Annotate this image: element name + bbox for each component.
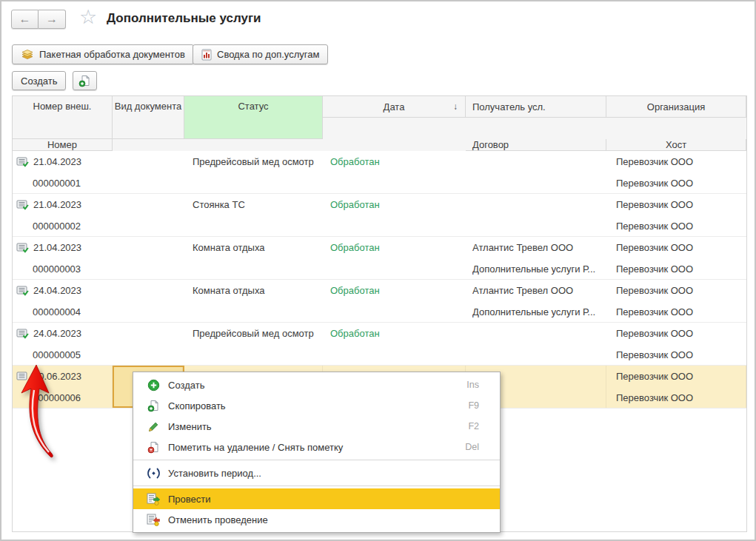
batch-processing-label: Пакетная обработка документов xyxy=(39,49,185,60)
table-row[interactable]: 24.04.2023 000000005 Предрейсовый мед ос… xyxy=(13,323,746,366)
cell-host: Перевозчик ООО xyxy=(616,172,746,193)
summary-report-label: Сводка по доп.услугам xyxy=(217,49,319,60)
table-row[interactable]: 21.04.2023 000000003 Комната отдыха Обра… xyxy=(13,237,746,280)
cell-ext-number[interactable] xyxy=(113,323,184,365)
cell-host: Перевозчик ООО xyxy=(616,258,746,279)
column-header-number[interactable]: Номер xyxy=(13,139,113,151)
red-annotation-arrow xyxy=(16,363,64,461)
back-button[interactable]: ← xyxy=(11,10,39,29)
cell-recipient: Атлантис Тревел ООО xyxy=(472,280,606,301)
context-menu: Создать Ins Скопировать F9 Изменить F2 П… xyxy=(133,372,501,533)
posted-document-icon xyxy=(16,329,29,339)
cell-contract: Дополнительные услуги Р... xyxy=(472,301,606,322)
create-button[interactable]: Создать xyxy=(12,71,66,90)
cell-date: 21.04.2023 xyxy=(33,237,81,258)
cell-organization: Перевозчик ООО xyxy=(616,280,746,301)
menu-item-edit[interactable]: Изменить F2 xyxy=(133,416,500,437)
menu-item-shortcut: F9 xyxy=(468,400,479,411)
menu-item-set-period[interactable]: Установить период... xyxy=(133,463,500,483)
column-header-contract[interactable]: Договор xyxy=(466,139,606,151)
menu-item-unpost[interactable]: Отменить проведение xyxy=(133,509,500,530)
menu-item-shortcut: F2 xyxy=(468,421,479,431)
forward-arrow-icon: → xyxy=(46,13,58,26)
cell-status: Обработан xyxy=(330,151,466,172)
table-body: 21.04.2023 000000001 Предрейсовый мед ос… xyxy=(13,151,746,409)
cell-organization: Перевозчик ООО xyxy=(616,237,746,258)
table-row[interactable]: 21.04.2023 000000001 Предрейсовый мед ос… xyxy=(13,151,746,194)
cell-contract xyxy=(472,172,606,193)
cell-number: 000000005 xyxy=(13,344,113,365)
column-header-organization[interactable]: Организация xyxy=(606,96,746,118)
column-header-recipient[interactable]: Получатель усл. xyxy=(466,96,606,118)
back-arrow-icon: ← xyxy=(19,13,31,26)
unpost-icon xyxy=(147,513,161,526)
menu-separator xyxy=(133,485,500,486)
menu-item-create[interactable]: Создать Ins xyxy=(133,374,500,395)
report-chart-icon xyxy=(201,49,212,61)
menu-item-shortcut: Ins xyxy=(466,380,479,390)
posted-document-icon xyxy=(16,286,29,296)
cell-doc-type: Комната отдыха xyxy=(193,237,323,258)
cell-host: Перевозчик ООО xyxy=(616,344,746,365)
cell-ext-number[interactable] xyxy=(113,194,184,236)
sort-descending-icon: ↓ xyxy=(453,101,458,112)
menu-item-copy[interactable]: Скопировать F9 xyxy=(133,395,500,416)
menu-item-label: Скопировать xyxy=(168,400,461,411)
cell-recipient xyxy=(472,151,606,172)
menu-item-label: Изменить xyxy=(168,421,461,432)
cell-date: 24.04.2023 xyxy=(33,323,81,344)
cell-ext-number[interactable] xyxy=(113,280,184,322)
cell-ext-number[interactable] xyxy=(113,151,184,193)
table-row[interactable]: 21.04.2023 000000002 Стоянка ТС Обработа… xyxy=(13,194,746,237)
cell-organization: Перевозчик ООО xyxy=(616,366,746,387)
table-row[interactable]: 24.04.2023 000000004 Комната отдыха Обра… xyxy=(13,280,746,323)
cell-number: 000000004 xyxy=(13,301,113,322)
cell-date: 24.04.2023 xyxy=(33,280,81,301)
app-window: ← → ☆ Дополнительные услуги Пакетная обр… xyxy=(0,0,756,541)
cell-date: 21.04.2023 xyxy=(33,151,81,172)
copy-document-icon xyxy=(78,75,91,87)
cell-doc-type: Стоянка ТС xyxy=(193,194,323,215)
mark-delete-icon xyxy=(147,440,161,454)
menu-item-label: Провести xyxy=(168,494,472,505)
summary-report-button[interactable]: Сводка по доп.услугам xyxy=(193,44,328,64)
cell-contract xyxy=(472,344,606,365)
cell-ext-number[interactable] xyxy=(113,237,184,279)
menu-item-post[interactable]: Провести xyxy=(133,488,500,509)
cell-host: Перевозчик ООО xyxy=(616,301,746,322)
cell-doc-type: Предрейсовый мед осмотр xyxy=(193,151,323,172)
menu-item-label: Создать xyxy=(168,380,459,391)
column-header-status[interactable]: Статус xyxy=(184,96,323,139)
favorite-star-icon[interactable]: ☆ xyxy=(79,6,97,28)
cell-host: Перевозчик ООО xyxy=(616,387,746,408)
cell-recipient xyxy=(472,323,606,344)
copy-icon xyxy=(147,399,161,412)
copy-document-button[interactable] xyxy=(73,71,97,90)
cell-doc-type: Предрейсовый мед осмотр xyxy=(193,323,323,344)
cell-status: Обработан xyxy=(330,280,466,301)
cell-recipient xyxy=(472,194,606,215)
menu-item-label: Отменить проведение xyxy=(168,514,472,525)
cell-status: Обработан xyxy=(330,237,466,258)
column-header-doc-type[interactable]: Вид документа xyxy=(113,96,184,139)
menu-item-shortcut: Del xyxy=(465,442,479,452)
batch-processing-button[interactable]: Пакетная обработка документов xyxy=(12,44,194,64)
posted-document-icon xyxy=(16,157,29,167)
post-icon xyxy=(147,492,161,505)
cell-organization: Перевозчик ООО xyxy=(616,194,746,215)
forward-button[interactable]: → xyxy=(39,10,66,29)
posted-document-icon xyxy=(16,200,29,210)
column-header-date[interactable]: Дата ↓ xyxy=(323,96,466,118)
menu-item-mark-delete[interactable]: Пометить на удаление / Снять пометку Del xyxy=(133,437,500,457)
cell-contract: Дополнительные услуги Р... xyxy=(472,258,606,279)
cell-status: Обработан xyxy=(330,323,466,344)
cell-number: 000000002 xyxy=(13,215,113,236)
cell-date: 21.04.2023 xyxy=(33,194,81,215)
column-header-host[interactable]: Хост xyxy=(606,139,746,151)
create-button-label: Создать xyxy=(21,75,57,87)
cell-status: Обработан xyxy=(330,194,466,215)
column-header-ext-number[interactable]: Номер внеш. xyxy=(13,96,113,139)
posted-document-icon xyxy=(16,243,29,253)
edit-icon xyxy=(147,420,161,433)
cell-organization: Перевозчик ООО xyxy=(616,323,746,344)
